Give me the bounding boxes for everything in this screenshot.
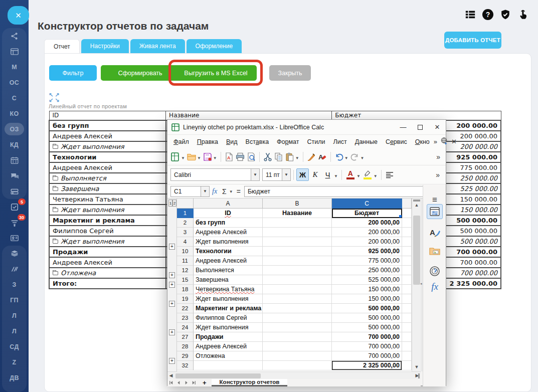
copy-icon[interactable]	[273, 151, 284, 162]
calc-title-bar[interactable]: Lineyniy otchet po proektam.xlsx - Libre…	[167, 120, 446, 135]
scroll-down-button[interactable]: ▼	[412, 363, 421, 370]
add-sheet-button[interactable]: +	[198, 379, 212, 386]
formula-icon[interactable]: =	[234, 187, 243, 195]
font-name-dropdown[interactable]: ▼	[251, 169, 259, 180]
cell-A27[interactable]: Продажи	[194, 332, 263, 342]
row-header-12[interactable]: 12	[177, 266, 194, 275]
column-header-B[interactable]: B	[263, 199, 332, 209]
row-header-15[interactable]: 15	[177, 275, 194, 285]
format-toolbar-more[interactable]: »	[436, 171, 443, 179]
cell-B19[interactable]	[263, 294, 332, 304]
close-button[interactable]: ✕	[429, 120, 446, 134]
cell-B27[interactable]	[263, 332, 332, 342]
outline-expand-row-27[interactable]: +	[169, 329, 175, 335]
outline-level-2[interactable]: 2	[172, 200, 176, 207]
cell-B29[interactable]	[263, 351, 332, 361]
cell-B3[interactable]	[263, 228, 332, 237]
row-header-19[interactable]: 19	[177, 294, 194, 304]
menu-Правка[interactable]: Правка	[193, 138, 222, 145]
clear-formatting-icon[interactable]: A	[317, 151, 328, 162]
cell-C19[interactable]: 150 000,00	[332, 294, 402, 304]
cell-C29[interactable]: 700 000,00	[332, 351, 402, 361]
row-header-28[interactable]: 28	[177, 342, 194, 351]
sidebar-item-tasks[interactable]: 5	[0, 199, 29, 215]
redo-icon[interactable]	[349, 151, 361, 162]
row-header-27[interactable]: 27	[177, 332, 194, 342]
bold-button[interactable]: Ж	[296, 168, 309, 181]
font-size-dropdown[interactable]: ▼	[282, 169, 290, 180]
minimize-button[interactable]: —	[395, 120, 412, 134]
cell-name-box[interactable]: C1▼	[170, 186, 210, 197]
scroll-left-button[interactable]: ◀	[167, 373, 174, 378]
next-sheet-button[interactable]	[183, 379, 190, 386]
tab-Отчет[interactable]: Отчет	[44, 39, 80, 53]
cell-C22[interactable]: 500 000,00	[332, 304, 402, 313]
open-icon[interactable]	[186, 151, 197, 162]
underline-button[interactable]: Ч	[321, 168, 334, 181]
sidebar-item-contacts[interactable]	[0, 230, 29, 246]
sidebar-item-share[interactable]	[0, 28, 29, 44]
outline-expand-row-18[interactable]: +	[169, 282, 175, 288]
cell-B23[interactable]	[263, 313, 332, 323]
horizontal-scrollbar[interactable]: ◀ ▶	[167, 371, 421, 379]
italic-button[interactable]: К	[309, 168, 321, 181]
cell-C18[interactable]: 150 000,00	[332, 285, 402, 294]
font-size-combo[interactable]: 11 пт▼	[262, 168, 291, 181]
font-name-combo[interactable]: Calibri▼	[170, 168, 260, 181]
save-dropdown[interactable]: ▼	[213, 156, 217, 160]
language-globe-icon[interactable]	[440, 137, 448, 146]
paste-dropdown[interactable]: ▼	[295, 156, 299, 160]
cell-B12[interactable]	[263, 266, 332, 275]
row-header-29[interactable]: 29	[177, 351, 194, 361]
menu-Окно[interactable]: Окно	[411, 138, 434, 145]
sum-dropdown[interactable]: ▼	[229, 189, 233, 194]
sidebar-item-l2[interactable]: Л	[0, 323, 29, 339]
vertical-scrollbar[interactable]: ▲ ▼	[412, 199, 421, 371]
highlight-color-button[interactable]	[362, 168, 374, 181]
cell-A28[interactable]: Андреев Алексей	[194, 342, 263, 351]
sidebar-item-gp[interactable]: ГП	[0, 292, 29, 308]
cell-A18[interactable]: Четверкина Татьяна	[194, 285, 263, 294]
action-button-3[interactable]: Выгрузить в MS Excel	[175, 65, 257, 81]
cell-A1[interactable]: ID	[194, 209, 263, 218]
last-sheet-button[interactable]	[190, 379, 198, 386]
menu-Стили[interactable]: Стили	[303, 138, 329, 145]
prev-sheet-button[interactable]	[175, 379, 183, 386]
cell-A24[interactable]: Ждет выполнения	[194, 323, 263, 332]
row-header-3[interactable]: 3	[177, 228, 194, 237]
cell-C15[interactable]: 525 000,00	[332, 275, 402, 285]
cell-A3[interactable]: Андреев Алексей	[194, 228, 263, 237]
cell-C32[interactable]: 2 325 000,00	[332, 361, 402, 370]
cell-B4[interactable]	[263, 237, 332, 247]
sum-icon[interactable]: Σ	[220, 187, 229, 195]
cell-A15[interactable]: Завершена	[194, 275, 263, 285]
menu-Вид[interactable]: Вид	[222, 138, 242, 145]
export-pdf-icon[interactable]: A	[224, 151, 235, 162]
tab-Настройки[interactable]: Настройки	[81, 39, 129, 53]
font-color-button[interactable]: A	[344, 168, 356, 181]
menu-Формат[interactable]: Формат	[273, 138, 303, 145]
sidebar-item-os[interactable]: ОС	[0, 75, 29, 90]
cell-B28[interactable]	[263, 342, 332, 351]
cell-B18[interactable]	[263, 285, 332, 294]
cell-C3[interactable]: 200 000,00	[332, 228, 402, 237]
action-button-4[interactable]: Закрыть	[269, 65, 311, 81]
sidebar-item-z1[interactable]: З	[0, 277, 29, 292]
gallery-icon[interactable]	[427, 244, 443, 259]
sidebar-item-z2[interactable]: Z	[0, 354, 29, 370]
row-header-10[interactable]: 10	[177, 247, 194, 256]
vertical-scroll-thumb[interactable]	[413, 216, 420, 285]
tab-Оформление[interactable]: Оформление	[187, 39, 242, 53]
cell-A10[interactable]: Технологии	[194, 247, 263, 256]
action-button-1[interactable]: Фильтр	[49, 65, 97, 81]
sidebar-item-sd[interactable]: СД	[0, 339, 29, 354]
document-close-icon[interactable]: ✕	[451, 138, 457, 145]
align-left-icon[interactable]	[384, 169, 395, 180]
security-icon[interactable]	[499, 9, 511, 21]
outline-level-1[interactable]: 1	[168, 200, 172, 207]
functions-icon[interactable]: fx	[427, 279, 443, 294]
new-spreadsheet-dropdown[interactable]: ▼	[181, 156, 185, 160]
save-icon[interactable]	[202, 151, 213, 162]
sidebar-item-dv[interactable]: ДВ	[0, 370, 29, 385]
cut-icon[interactable]	[262, 151, 273, 162]
